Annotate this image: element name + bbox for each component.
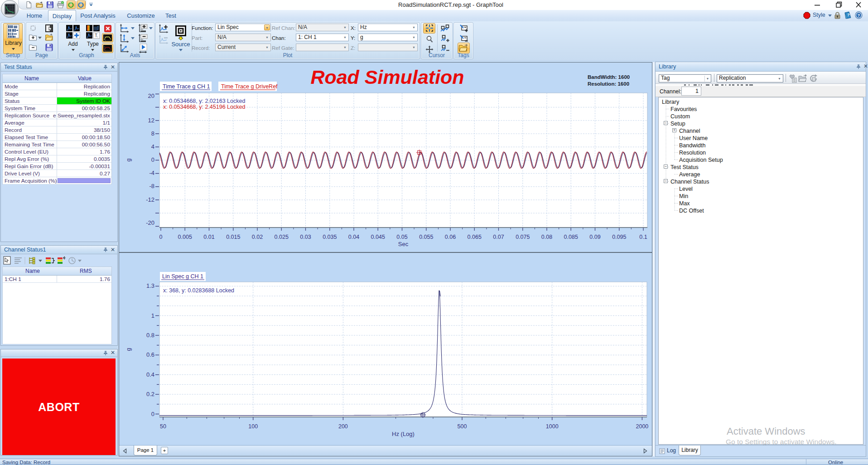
svg-text:500: 500	[458, 423, 467, 430]
svg-text:0: 0	[159, 234, 163, 240]
svg-text:Hz (Log): Hz (Log)	[392, 431, 415, 437]
svg-text:-4: -4	[149, 170, 154, 176]
svg-text:0.07: 0.07	[493, 234, 504, 240]
svg-text:0.075: 0.075	[516, 234, 530, 240]
svg-text:8: 8	[151, 130, 154, 137]
svg-text:0.04: 0.04	[348, 234, 359, 240]
svg-text:0.01: 0.01	[203, 234, 214, 240]
svg-text:100: 100	[248, 423, 258, 430]
svg-text:0.03: 0.03	[300, 234, 311, 240]
svg-text:g: g	[125, 158, 132, 161]
svg-text:0.045: 0.045	[371, 234, 385, 240]
svg-text:x: 0.0534668, y: 2.45196 Locke: x: 0.0534668, y: 2.45196 Locked	[163, 104, 245, 110]
svg-text:0: 0	[151, 411, 154, 417]
svg-text:0.095: 0.095	[612, 234, 626, 240]
svg-text:0.06: 0.06	[445, 234, 456, 240]
svg-text:Road Simulation: Road Simulation	[310, 66, 464, 88]
svg-text:0.1: 0.1	[639, 234, 647, 240]
svg-text:0.02: 0.02	[252, 234, 263, 240]
svg-text:20: 20	[148, 92, 154, 99]
svg-text:Time Trace g DriveRef: Time Trace g DriveRef	[221, 83, 278, 90]
svg-text:1.3: 1.3	[146, 282, 154, 289]
svg-text:0.4: 0.4	[146, 371, 154, 378]
svg-text:g: g	[125, 348, 132, 351]
svg-text:0: 0	[151, 156, 154, 163]
svg-text:0.015: 0.015	[226, 234, 240, 240]
svg-text:0.085: 0.085	[564, 234, 578, 240]
svg-text:Lin Spec g CH 1: Lin Spec g CH 1	[162, 273, 203, 280]
svg-text:0.035: 0.035	[323, 234, 337, 240]
svg-text:0.08: 0.08	[541, 234, 552, 240]
svg-text:0.8: 0.8	[146, 332, 154, 339]
svg-text:50: 50	[160, 423, 166, 430]
svg-text:-8: -8	[149, 183, 154, 189]
svg-text:0.2: 0.2	[146, 391, 154, 397]
svg-text:0.025: 0.025	[275, 234, 289, 240]
svg-text:0.065: 0.065	[468, 234, 482, 240]
svg-text:0.005: 0.005	[178, 234, 192, 240]
svg-text:2000: 2000	[636, 423, 648, 430]
svg-text:12: 12	[148, 117, 154, 124]
svg-text:-12: -12	[146, 196, 154, 203]
svg-text:0.6: 0.6	[146, 351, 154, 358]
svg-text:x: 368, y: 0.0283688 Locked: x: 368, y: 0.0283688 Locked	[163, 287, 234, 294]
svg-text:BandWidth: 1600: BandWidth: 1600	[588, 74, 630, 80]
svg-text:200: 200	[338, 423, 348, 430]
svg-text:0.05: 0.05	[396, 234, 407, 240]
svg-text:0.09: 0.09	[589, 234, 600, 240]
svg-text:0.055: 0.055	[419, 234, 433, 240]
svg-text:Sec: Sec	[398, 241, 409, 247]
svg-text:Resolution: 1600: Resolution: 1600	[588, 81, 629, 87]
svg-text:Time Trace g CH 1: Time Trace g CH 1	[163, 83, 210, 90]
svg-text:-20: -20	[146, 219, 154, 226]
svg-text:?: ?	[858, 13, 860, 18]
svg-text:x: 0.0534668, y: 2.02163 Locke: x: 0.0534668, y: 2.02163 Locked	[163, 98, 245, 104]
svg-text:T.: T.	[95, 33, 98, 38]
svg-text:1: 1	[151, 312, 154, 319]
svg-text:1000: 1000	[546, 423, 559, 430]
svg-text:4: 4	[151, 143, 154, 150]
